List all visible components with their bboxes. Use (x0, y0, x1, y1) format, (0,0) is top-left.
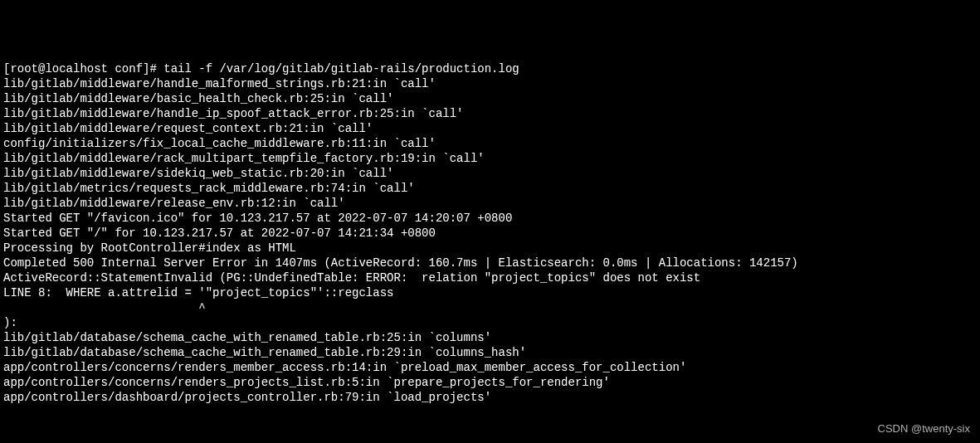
watermark-text: CSDN @twenty-six (878, 421, 970, 436)
terminal-line: Completed 500 Internal Server Error in 1… (3, 256, 977, 270)
terminal-line: LINE 8: WHERE a.attrelid = '"project_top… (3, 285, 977, 300)
terminal-line: Processing by RootController#index as HT… (3, 241, 977, 256)
terminal-line: lib/gitlab/middleware/sidekiq_web_static… (3, 166, 977, 181)
terminal-line: ): (3, 315, 977, 330)
terminal-line: lib/gitlab/metrics/requests_rack_middlew… (3, 181, 977, 196)
terminal-line: app/controllers/concerns/renders_member_… (3, 360, 977, 375)
terminal-line: [root@localhost conf]# tail -f /var/log/… (3, 61, 977, 76)
terminal-output[interactable]: [root@localhost conf]# tail -f /var/log/… (3, 61, 977, 405)
terminal-line: lib/gitlab/middleware/request_context.rb… (3, 121, 977, 136)
terminal-line: lib/gitlab/middleware/basic_health_check… (3, 91, 977, 106)
terminal-line: Started GET "/favicon.ico" for 10.123.21… (3, 211, 977, 226)
terminal-line: ActiveRecord::StatementInvalid (PG::Unde… (3, 270, 977, 285)
terminal-line: ^ (3, 300, 977, 315)
terminal-line: lib/gitlab/middleware/release_env.rb:12:… (3, 196, 977, 211)
terminal-line: lib/gitlab/middleware/handle_malformed_s… (3, 76, 977, 91)
terminal-line: lib/gitlab/database/schema_cache_with_re… (3, 330, 977, 345)
terminal-line: lib/gitlab/database/schema_cache_with_re… (3, 345, 977, 360)
terminal-line: config/initializers/fix_local_cache_midd… (3, 136, 977, 151)
terminal-line: lib/gitlab/middleware/rack_multipart_tem… (3, 151, 977, 166)
terminal-line: app/controllers/concerns/renders_project… (3, 375, 977, 390)
terminal-line: lib/gitlab/middleware/handle_ip_spoof_at… (3, 106, 977, 121)
terminal-line: app/controllers/dashboard/projects_contr… (3, 390, 977, 405)
terminal-line: Started GET "/" for 10.123.217.57 at 202… (3, 226, 977, 241)
